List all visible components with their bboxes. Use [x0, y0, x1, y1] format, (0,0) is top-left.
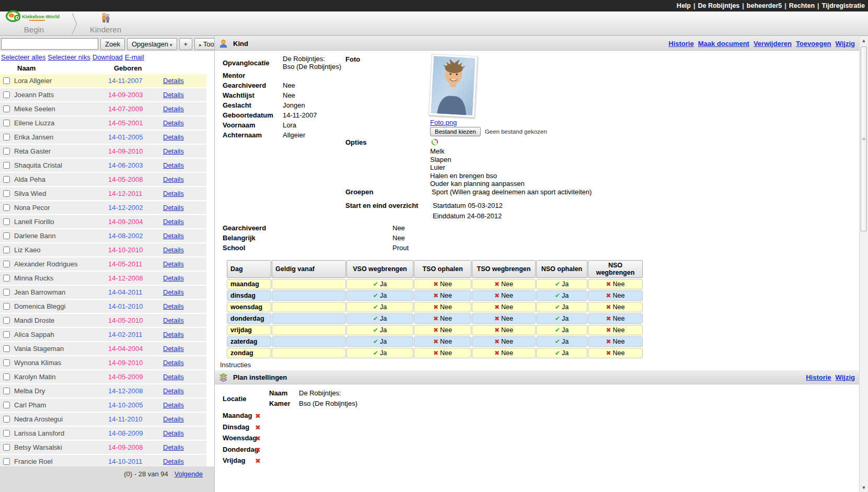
list-item[interactable]: Carl Pham14-10-2005Details: [0, 399, 206, 412]
list-item[interactable]: Nedra Arostegui14-11-2010Details: [0, 413, 206, 426]
row-checkbox[interactable]: [3, 106, 10, 112]
details-link[interactable]: Details: [163, 91, 184, 99]
row-checkbox[interactable]: [3, 77, 10, 84]
list-item[interactable]: Alica Sappah14-02-2011Details: [0, 328, 206, 341]
details-link[interactable]: Details: [163, 105, 184, 113]
details-link[interactable]: Details: [163, 401, 184, 409]
list-item[interactable]: Karolyn Matin14-05-2009Details: [0, 370, 206, 383]
topbar-link-beheerder5[interactable]: beheerder5: [747, 2, 782, 9]
row-checkbox[interactable]: [3, 247, 10, 253]
row-checkbox[interactable]: [3, 289, 10, 296]
details-link[interactable]: Details: [163, 331, 184, 338]
details-link[interactable]: Details: [163, 175, 184, 183]
list-item[interactable]: Jean Barrowman14-04-2011Details: [0, 286, 206, 299]
details-link[interactable]: Details: [163, 190, 184, 197]
plan-historie-link[interactable]: Historie: [806, 373, 831, 381]
list-item[interactable]: Joeann Patts14-09-2003Details: [0, 88, 206, 101]
row-checkbox[interactable]: [3, 303, 10, 310]
zoek-button[interactable]: Zoek: [100, 38, 125, 50]
details-link[interactable]: Details: [163, 218, 184, 226]
row-checkbox[interactable]: [3, 444, 10, 451]
row-checkbox[interactable]: [3, 261, 10, 267]
details-link[interactable]: Details: [163, 204, 184, 212]
details-link[interactable]: Details: [163, 133, 184, 141]
list-item[interactable]: Lora Allgeier14-11-2007Details: [0, 74, 206, 87]
list-item[interactable]: Silva Wied14-12-2011Details: [0, 187, 206, 200]
details-link[interactable]: Details: [163, 260, 184, 268]
list-item[interactable]: Mandi Droste14-05-2010Details: [0, 314, 206, 327]
list-item[interactable]: Eilene Liuzza14-05-2001Details: [0, 116, 206, 130]
list-item[interactable]: Larissa Lansford14-08-2009Details: [0, 427, 206, 440]
details-link[interactable]: Details: [163, 147, 184, 155]
details-link[interactable]: Details: [163, 288, 184, 296]
details-link[interactable]: Details: [163, 302, 184, 310]
historie-link[interactable]: Historie: [668, 40, 693, 48]
details-link[interactable]: Details: [163, 232, 184, 240]
details-link[interactable]: Details: [163, 458, 184, 465]
toevoegen-link[interactable]: Toevoegen: [796, 40, 831, 48]
row-checkbox[interactable]: [3, 190, 10, 197]
details-link[interactable]: Details: [163, 359, 184, 367]
details-link[interactable]: Details: [163, 443, 184, 451]
plan-wijzig-link[interactable]: Wijzig: [836, 373, 855, 381]
list-item[interactable]: Alda Peha14-05-2008Details: [0, 173, 206, 186]
add-filter-button[interactable]: +: [179, 38, 193, 50]
row-checkbox[interactable]: [3, 458, 10, 465]
action-link-selecteer-niks[interactable]: Selecteer niks: [48, 53, 90, 61]
vertical-scrollbar[interactable]: ▲ ≡ ▼: [859, 37, 868, 492]
tab-begin[interactable]: Kiekeboe-World Begin: [0, 11, 71, 36]
row-checkbox[interactable]: [3, 275, 10, 282]
row-checkbox[interactable]: [3, 402, 10, 408]
row-checkbox[interactable]: [3, 218, 10, 225]
list-item[interactable]: Erika Jansen14-01-2005Details: [0, 131, 206, 144]
row-checkbox[interactable]: [3, 134, 10, 140]
details-link[interactable]: Details: [163, 415, 184, 423]
details-link[interactable]: Details: [163, 77, 184, 85]
details-link[interactable]: Details: [163, 345, 184, 353]
row-checkbox[interactable]: [3, 317, 10, 324]
action-link-download[interactable]: Download: [92, 53, 123, 61]
row-checkbox[interactable]: [3, 91, 10, 98]
volgende-link[interactable]: Volgende: [175, 470, 203, 478]
action-link-selecteer-alles[interactable]: Selecteer alles: [1, 53, 45, 61]
maak-document-link[interactable]: Maak document: [698, 40, 749, 48]
details-link[interactable]: Details: [163, 161, 184, 169]
details-link[interactable]: Details: [163, 246, 184, 254]
list-item[interactable]: Nona Pecor14-12-2002Details: [0, 201, 206, 214]
row-checkbox[interactable]: [3, 331, 10, 338]
list-item[interactable]: Vania Stageman14-04-2004Details: [0, 342, 206, 355]
search-input[interactable]: [1, 38, 98, 50]
topbar-link-rechten[interactable]: Rechten: [789, 2, 815, 9]
row-checkbox[interactable]: [3, 176, 10, 183]
details-link[interactable]: Details: [163, 274, 184, 282]
details-link[interactable]: Details: [163, 119, 184, 127]
list-item[interactable]: Darlene Bann14-08-2002Details: [0, 229, 206, 242]
list-item[interactable]: Betsy Warsalski14-09-2008Details: [0, 441, 206, 454]
list-item[interactable]: Minna Rucks14-12-2008Details: [0, 272, 206, 285]
row-checkbox[interactable]: [3, 416, 10, 423]
action-link-e-mail[interactable]: E-mail: [125, 53, 144, 61]
row-checkbox[interactable]: [3, 204, 10, 211]
foto-file-link[interactable]: Foto.png: [430, 119, 457, 126]
scroll-down-arrow[interactable]: ▼: [860, 484, 868, 492]
list-item[interactable]: Reta Gaster14-09-2010Details: [0, 145, 206, 158]
row-checkbox[interactable]: [3, 148, 10, 155]
tab-kinderen[interactable]: Kinderen: [78, 11, 135, 36]
row-checkbox[interactable]: [3, 373, 10, 380]
opgeslagen-dropdown[interactable]: Opgeslagen▾: [127, 38, 177, 50]
list-item[interactable]: Wynona Klimas14-09-2010Details: [0, 356, 206, 369]
wijzig-link[interactable]: Wijzig: [836, 40, 855, 48]
details-link[interactable]: Details: [163, 387, 184, 395]
list-item[interactable]: Lanell Fiorillo14-09-2004Details: [0, 215, 206, 228]
details-link[interactable]: Details: [163, 317, 184, 324]
row-checkbox[interactable]: [3, 345, 10, 352]
details-link[interactable]: Details: [163, 429, 184, 437]
topbar-link-help[interactable]: Help: [677, 2, 691, 9]
verwijderen-link[interactable]: Verwijderen: [754, 40, 792, 48]
list-item[interactable]: Liz Kaeo14-10-2010Details: [0, 243, 206, 256]
list-item[interactable]: Shaquita Cristal14-06-2003Details: [0, 159, 206, 172]
row-checkbox[interactable]: [3, 430, 10, 437]
row-checkbox[interactable]: [3, 120, 10, 126]
scroll-up-arrow[interactable]: ▲: [860, 37, 868, 45]
topbar-link-tijdregistratie[interactable]: Tijdregistratie: [822, 2, 865, 9]
